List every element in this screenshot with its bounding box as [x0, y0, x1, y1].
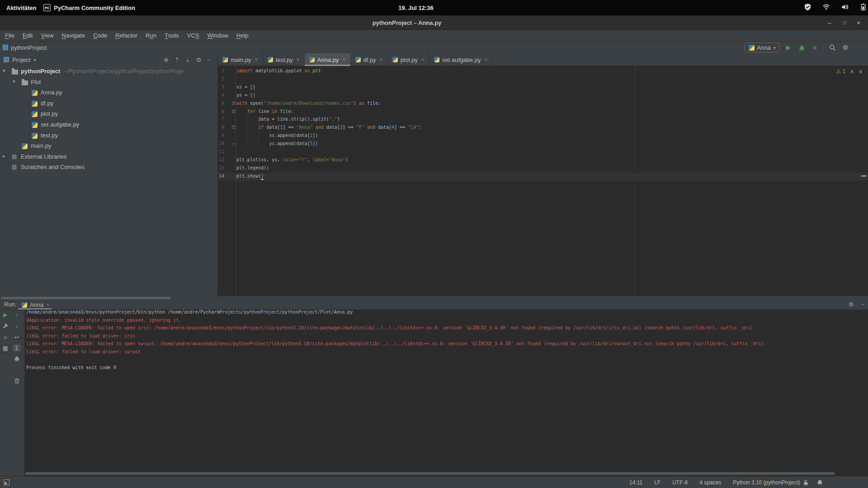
code-line-4[interactable]: 4ys = []	[218, 92, 868, 100]
collapse-all-icon[interactable]: ⇡	[175, 56, 179, 63]
editor-tab-plot-py[interactable]: plot.py×	[388, 53, 429, 66]
code-line-10[interactable]: 10 ys.append(data[5])	[218, 140, 868, 148]
code-line-11[interactable]: 11	[218, 148, 868, 156]
settings-icon[interactable]: ⚙	[849, 301, 854, 308]
editor-tab-test-py[interactable]: test.py×	[263, 53, 305, 66]
inspections-widget[interactable]: ⚠ 1 ∧ ∨	[836, 68, 863, 75]
code-line-13[interactable]: 13plt.legend()	[218, 164, 868, 173]
close-icon[interactable]: ×	[297, 56, 300, 63]
close-icon[interactable]: ×	[484, 56, 487, 63]
chevron-collapsed-icon[interactable]: ▸	[3, 153, 5, 159]
menu-navigate[interactable]: Navigate	[58, 30, 89, 42]
settings-icon[interactable]: ⚙	[196, 56, 202, 63]
menu-help[interactable]: Help	[232, 30, 253, 42]
fold-marker-icon[interactable]	[232, 142, 235, 144]
code-line-12[interactable]: 12plt.plot(xs, ys, color="r", label="Ann…	[218, 156, 868, 164]
code-line-7[interactable]: 7 data = line.strip().split(",")	[218, 116, 868, 124]
menu-refactor[interactable]: Refactor	[111, 30, 142, 42]
up-stack-icon[interactable]: ↑	[13, 311, 20, 318]
code-line-1[interactable]: 1import matplotlib.pyplot as plt	[218, 67, 868, 75]
tree-item-anna-py[interactable]: Anna.py	[0, 87, 218, 98]
fold-marker-icon[interactable]: −	[232, 110, 235, 113]
line-separator-widget[interactable]: LF	[654, 479, 660, 486]
down-stack-icon[interactable]: ↓	[13, 322, 20, 329]
menu-run[interactable]: Run	[142, 30, 160, 42]
code-line-2[interactable]: 2	[218, 75, 868, 84]
maximize-button[interactable]: □	[838, 15, 851, 30]
editor-tab-df-py[interactable]: df.py×	[351, 53, 388, 66]
close-icon[interactable]: ×	[380, 56, 383, 63]
run-console-output[interactable]: /home/andre/anaconda3/envs/pythonProject…	[25, 310, 868, 476]
code-line-14[interactable]: 14plt.show()	[218, 173, 868, 181]
clock-menu[interactable]: 19. Jul 12:36	[375, 0, 457, 15]
menu-edit[interactable]: Edit	[19, 30, 37, 42]
code-editor[interactable]: 1import matplotlib.pyplot as plt23xs = […	[218, 66, 868, 296]
editor-tab-anna-py[interactable]: Anna.py×	[305, 53, 351, 66]
bell-icon[interactable]	[817, 479, 823, 486]
stop-icon[interactable]: ■	[810, 42, 819, 52]
debug-icon[interactable]	[797, 42, 806, 52]
tree-item-main-py[interactable]: main.py	[0, 141, 218, 151]
console-hscrollbar[interactable]	[25, 472, 835, 475]
search-icon[interactable]	[828, 42, 837, 52]
menu-window[interactable]: Window	[203, 30, 232, 42]
breadcrumb[interactable]: pythonProject	[3, 42, 47, 53]
soft-wrap-icon[interactable]: ↩	[13, 333, 20, 341]
menu-tools[interactable]: Tools	[160, 30, 183, 42]
menu-code[interactable]: Code	[89, 30, 111, 42]
code-line-5[interactable]: 5−with open("/home/andre/Downloads/names…	[218, 100, 868, 108]
minimize-button[interactable]: –	[823, 15, 836, 30]
indent-widget[interactable]: 4 spaces	[699, 479, 721, 486]
tree-item-plot-py[interactable]: plot.py	[0, 108, 218, 119]
encoding-widget[interactable]: UTF-8	[672, 479, 688, 486]
lock-open-icon[interactable]	[803, 479, 809, 486]
code-line-9[interactable]: 9 xs.append(data[2])	[218, 132, 868, 140]
editor-tab-main-py[interactable]: main.py×	[218, 53, 263, 66]
layout-icon[interactable]: ▦	[2, 344, 9, 352]
fold-marker-icon[interactable]: −	[232, 102, 235, 105]
settings-icon[interactable]: ⚙	[841, 42, 850, 52]
tool-window-switcher-icon[interactable]	[4, 479, 9, 485]
chevron-expanded-icon[interactable]: ▾	[13, 79, 15, 84]
close-icon[interactable]: ×	[343, 56, 346, 63]
tree-item-test-py[interactable]: test.py	[0, 130, 218, 141]
project-panel-header[interactable]: Project ▾ ⊕⇡⇣⚙−	[0, 53, 218, 66]
focused-app-menu[interactable]: PC PyCharm Community Edition	[43, 0, 135, 15]
scroll-end-icon[interactable]: ↧	[13, 344, 20, 352]
close-icon[interactable]: ×	[421, 56, 425, 63]
close-icon[interactable]: ×	[46, 302, 49, 308]
run-configuration-select[interactable]: Anna ▾	[745, 42, 780, 52]
close-button[interactable]: ×	[852, 15, 865, 30]
editor-tab-set-aufgabe-py[interactable]: set aufgabe.py×	[429, 53, 492, 66]
tree-item-external-libraries[interactable]: ▸▤External Libraries	[0, 151, 218, 162]
chevron-expanded-icon[interactable]: ▾	[3, 68, 5, 74]
clear-icon[interactable]	[13, 377, 20, 384]
hide-panel-icon[interactable]: −	[207, 56, 211, 63]
next-problem-icon[interactable]: ∨	[859, 68, 863, 75]
code-line-6[interactable]: 6− for line in file:	[218, 108, 868, 116]
caret-position-widget[interactable]: 14:11	[629, 479, 642, 486]
tree-item-df-py[interactable]: df.py	[0, 98, 218, 109]
tree-item-pythonproject[interactable]: ▾pythonProject~/PycharmProjects/pythonPr…	[0, 66, 218, 77]
rerun-icon[interactable]: ▶	[2, 311, 9, 318]
tree-item-set-aufgabe-py[interactable]: set aufgabe.py	[0, 119, 218, 130]
fold-marker-icon[interactable]: −	[232, 126, 235, 129]
code-line-8[interactable]: 8− if data[1] == "Anna" and data[3] == "…	[218, 124, 868, 132]
project-panel-hscrollbar[interactable]	[1, 297, 171, 299]
prev-problem-icon[interactable]: ∧	[850, 68, 854, 75]
menu-view[interactable]: View	[37, 30, 57, 42]
interpreter-widget[interactable]: Python 3.10 (pythonProject)	[733, 479, 800, 486]
hide-panel-icon[interactable]: −	[861, 301, 864, 308]
close-icon[interactable]: ×	[255, 56, 258, 63]
stop-icon[interactable]: ■	[2, 333, 9, 341]
locate-icon[interactable]: ⊕	[164, 56, 169, 63]
wrench-icon[interactable]	[2, 322, 9, 329]
tree-item-scratches-and-consoles[interactable]: ▧Scratches and Consoles	[0, 162, 218, 173]
menu-file[interactable]: File	[1, 30, 19, 42]
print-icon[interactable]	[13, 355, 20, 362]
activities-button[interactable]: Aktivitäten	[6, 0, 36, 15]
code-line-3[interactable]: 3xs = []	[218, 84, 868, 92]
run-icon[interactable]: ▶	[784, 42, 793, 52]
tree-item-plot[interactable]: ▾Plot	[0, 77, 218, 88]
expand-all-icon[interactable]: ⇣	[185, 56, 190, 63]
